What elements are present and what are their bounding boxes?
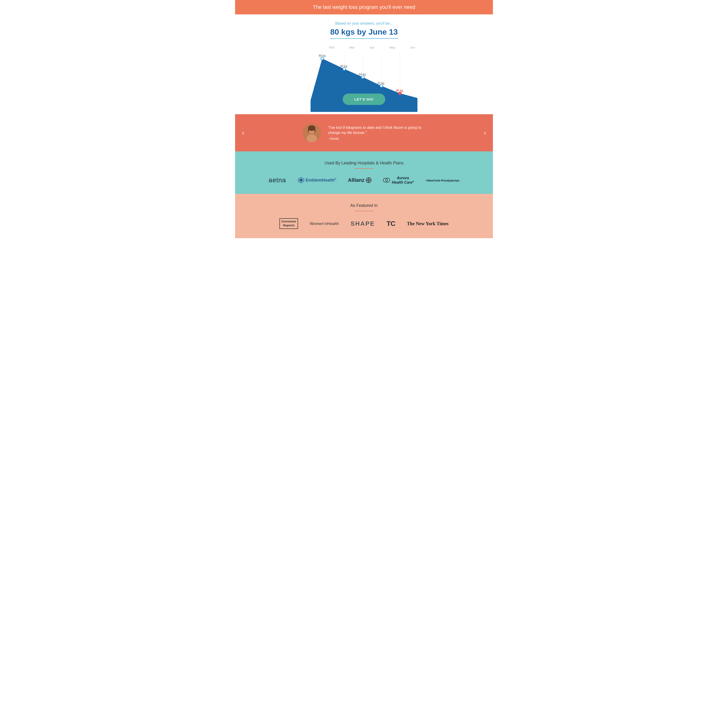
chart-month-labels: Feb Mar Apr May Jun: [310, 46, 418, 52]
svg-point-19: [308, 125, 315, 131]
weight-chart-container: Feb Mar Apr May Jun 89 kg 86 kg 84 kg 82…: [310, 46, 418, 114]
newyork-presbyterian-logo: +NewYork-Presbyterian: [426, 178, 459, 182]
health-plans-title: Used By Leading Hospitals & Health Plans: [245, 161, 483, 165]
prediction-section: Based on your answers, you'll be... 80 k…: [235, 14, 493, 114]
featured-title: As Featured In: [245, 203, 483, 208]
featured-logos: ConsumerReports Women'sHealth SHAPE TC T…: [245, 218, 483, 229]
svg-text:86 kg: 86 kg: [340, 65, 347, 68]
svg-text:82 kg: 82 kg: [377, 82, 384, 85]
aetna-logo: aetna: [269, 176, 286, 184]
testimonial-author: - Genia: [328, 137, 426, 141]
month-may: May: [389, 46, 395, 49]
testimonial-next-button[interactable]: ›: [484, 129, 486, 137]
svg-rect-20: [308, 128, 309, 132]
health-plans-logos: aetna EmblemHealth® Allianz: [245, 176, 483, 185]
prediction-title: 80 kgs by June 13: [330, 27, 398, 39]
svg-point-12: [343, 68, 346, 70]
svg-text:80 kg: 80 kg: [396, 89, 403, 92]
svg-point-13: [362, 76, 364, 79]
womens-health-logo: Women'sHealth: [310, 221, 339, 226]
svg-marker-23: [299, 179, 303, 182]
featured-divider: [355, 211, 373, 211]
svg-point-15: [398, 92, 401, 95]
techcrunch-logo: TC: [386, 220, 395, 228]
header-text: The last weight loss program you'll ever…: [313, 4, 415, 10]
aurora-health-care-logo: AuroraHealth Care®: [383, 176, 414, 185]
month-mar: Mar: [350, 46, 354, 49]
lets-go-button[interactable]: LET'S GO!: [343, 94, 385, 105]
testimonial-section: ‹ "I've lost 9 kilograms to date and I t…: [235, 114, 493, 152]
health-plans-divider: [355, 168, 373, 169]
testimonial-content: "I've lost 9 kilograms to date and I thi…: [328, 125, 426, 141]
consumer-reports-logo: ConsumerReports: [280, 218, 298, 229]
new-york-times-logo: The New York Times: [407, 221, 448, 226]
featured-section: As Featured In ConsumerReports Women'sHe…: [235, 194, 493, 238]
svg-text:84 kg: 84 kg: [359, 73, 366, 76]
allianz-logo: Allianz: [348, 177, 371, 183]
shape-logo: SHAPE: [351, 220, 375, 227]
testimonial-prev-button[interactable]: ‹: [242, 129, 244, 137]
chart-area: 89 kg 86 kg 84 kg 82 kg 80 kg LET'S GO!: [310, 52, 418, 112]
month-jun: Jun: [410, 46, 415, 49]
month-feb: Feb: [329, 46, 334, 49]
svg-rect-21: [315, 128, 315, 132]
svg-point-14: [380, 85, 383, 87]
svg-point-11: [321, 57, 324, 60]
emblemhealth-logo: EmblemHealth®: [298, 177, 336, 184]
testimonial-quote: "I've lost 9 kilograms to date and I thi…: [328, 125, 426, 136]
health-plans-section: Used By Leading Hospitals & Health Plans…: [235, 152, 493, 194]
header-banner: The last weight loss program you'll ever…: [235, 0, 493, 14]
testimonial-avatar: [302, 123, 321, 142]
prediction-subtitle: Based on your answers, you'll be...: [240, 21, 488, 26]
month-apr: Apr: [370, 46, 374, 49]
